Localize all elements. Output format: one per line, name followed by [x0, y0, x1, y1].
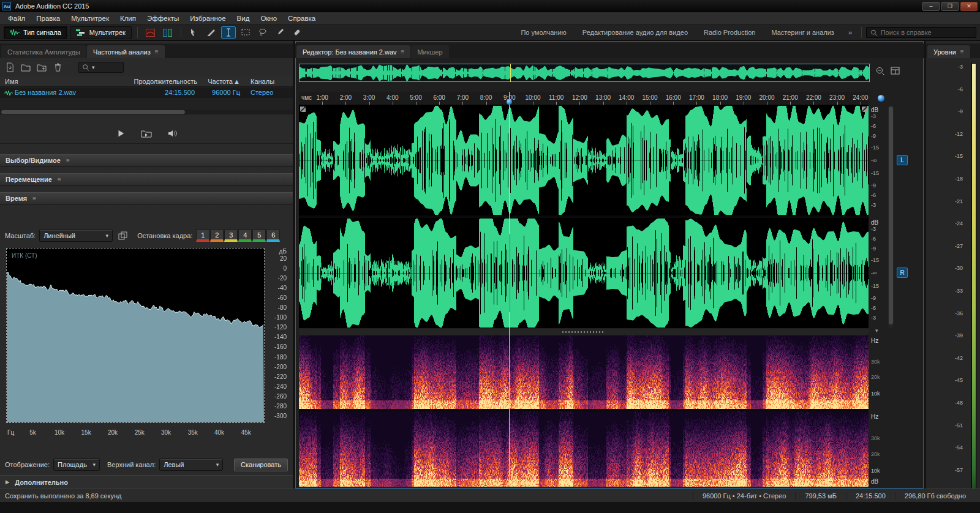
chevron-down-icon[interactable]: ▾	[875, 328, 878, 334]
panel-menu-icon[interactable]: ≡	[66, 157, 70, 164]
status-item-1: 799,53 мБ	[795, 492, 845, 500]
file-list-row[interactable]: Без названия 2.wav 24:15.500 96000 Гц Ст…	[0, 88, 293, 98]
workspace-button-1[interactable]: Редактирование аудио для видео	[575, 26, 696, 39]
waveform-canvas-left[interactable]	[299, 105, 869, 215]
razor-tool-icon-button[interactable]	[204, 26, 219, 39]
import-file-button[interactable]	[4, 62, 16, 73]
overview-navigator[interactable]	[299, 64, 870, 82]
waveform-canvas-right[interactable]	[299, 218, 869, 328]
open-file-button[interactable]	[20, 62, 32, 73]
analysis-tab-1[interactable]: Частотный анализ≡	[87, 45, 165, 58]
panel-menu-icon[interactable]: ≡	[32, 195, 36, 202]
advanced-section-header[interactable]: ▶ Дополнительно	[0, 475, 293, 489]
menu-item-2[interactable]: Мультитрек	[66, 12, 115, 25]
channel-button-R[interactable]: R	[897, 268, 908, 278]
menu-item-1[interactable]: Правка	[31, 12, 66, 25]
hold-frame-button-0[interactable]: 1	[196, 230, 209, 242]
main-toolbar: Тип сигнала Мультитрек	[0, 25, 980, 41]
minimize-button[interactable]: –	[922, 2, 940, 11]
playhead-handle[interactable]	[507, 99, 512, 105]
selection-handle-left[interactable]	[300, 107, 306, 112]
spectrogram-canvas-right[interactable]	[299, 411, 869, 487]
restore-button[interactable]: ❐	[941, 2, 959, 11]
time-selection-tool-icon-button[interactable]	[221, 26, 236, 39]
close-button[interactable]: ✕	[960, 2, 978, 11]
files-search-box[interactable]: ▾	[78, 62, 124, 73]
splitter-grip[interactable]	[562, 331, 605, 333]
marquee-selection-tool-icon-button[interactable]	[238, 26, 253, 39]
panel-menu-icon[interactable]: ≡	[401, 48, 405, 55]
display-select[interactable]: Площадь ▾	[53, 459, 100, 471]
frequency-graph-canvas[interactable]	[7, 249, 264, 422]
panel-header-0[interactable]: Выбор/Видимое≡	[0, 154, 293, 167]
copy-graph-button[interactable]	[116, 230, 129, 241]
menu-item-0[interactable]: Файл	[2, 12, 31, 25]
help-search-input[interactable]	[881, 29, 972, 36]
new-item-button[interactable]	[36, 62, 48, 73]
scrollbar-thumb[interactable]	[1, 110, 185, 114]
editor-tab-1[interactable]: Микшер	[411, 45, 448, 58]
workspace-button-3[interactable]: Мастеринг и анализ	[763, 26, 842, 39]
editor-tab-0[interactable]: Редактор: Без названия 2.wav≡	[296, 45, 410, 58]
workspace-overflow-icon[interactable]: »	[843, 29, 857, 36]
analysis-tab-0[interactable]: Статистика Амплитуды	[1, 45, 86, 58]
insert-into-multitrack-button[interactable]	[140, 128, 153, 139]
column-rate[interactable]: Частота	[208, 78, 233, 85]
lasso-selection-tool-icon-button[interactable]	[255, 26, 270, 39]
hold-frame-button-3[interactable]: 4	[238, 230, 252, 242]
zoom-out-full-button[interactable]	[876, 67, 885, 76]
menu-item-5[interactable]: Избранное	[184, 12, 231, 25]
scale-select[interactable]: Линейный ▾	[39, 230, 113, 242]
move-tool-icon-button[interactable]	[187, 26, 202, 39]
column-duration[interactable]: Продолжительность	[134, 78, 197, 85]
levels-tab-0[interactable]: Уровни≡	[927, 45, 970, 58]
panel-grid-icon[interactable]	[891, 67, 900, 75]
menu-item-6[interactable]: Вид	[232, 12, 255, 25]
column-channels[interactable]: Каналы	[251, 78, 274, 85]
menu-item-3[interactable]: Клип	[115, 12, 141, 25]
editor-vertical-scrollbar[interactable]	[888, 105, 894, 328]
panel-menu-icon[interactable]: ≡	[155, 48, 159, 55]
delete-button[interactable]	[51, 62, 64, 73]
wave-spectrogram-splitter[interactable]	[299, 329, 869, 335]
waveform-view-button[interactable]: Тип сигнала	[4, 26, 67, 39]
hold-frame-button-4[interactable]: 5	[252, 230, 266, 242]
files-horizontal-scrollbar[interactable]	[0, 110, 293, 114]
workspace-button-2[interactable]: Radio Production	[696, 26, 763, 39]
hold-frame-button-2[interactable]: 3	[224, 230, 238, 242]
channel-button-L[interactable]: L	[897, 155, 908, 165]
menu-item-8[interactable]: Справка	[282, 12, 321, 25]
hold-frame-button-1[interactable]: 2	[210, 230, 224, 242]
scrollbar-thumb[interactable]	[889, 107, 893, 324]
selection-handle-right[interactable]	[862, 107, 867, 112]
help-search-box[interactable]	[866, 27, 976, 38]
menu-item-7[interactable]: Окно	[255, 12, 282, 25]
workspace-button-0[interactable]: По умолчанию	[513, 26, 574, 39]
menu-item-4[interactable]: Эффекты	[141, 12, 184, 25]
spot-healing-tool-icon-button[interactable]	[290, 26, 304, 39]
play-button[interactable]	[115, 128, 127, 139]
spectrogram-canvas-left[interactable]	[299, 335, 869, 409]
ruler-tick-mark	[744, 102, 744, 105]
scan-button[interactable]: Сканировать	[234, 459, 288, 471]
column-name[interactable]: Имя	[5, 78, 18, 85]
panel-header-1[interactable]: Перемещение≡	[0, 173, 293, 185]
multitrack-icon	[76, 29, 86, 36]
loudness-button[interactable]	[166, 128, 178, 139]
timeline-ruler[interactable]: чмс 1:002:003:004:005:006:007:008:009:00…	[299, 92, 869, 105]
panel-menu-icon[interactable]: ≡	[960, 48, 964, 55]
paintbrush-tool-icon-button[interactable]	[273, 26, 287, 39]
overview-waveform-canvas[interactable]	[300, 64, 869, 81]
blue-orb-icon[interactable]	[878, 95, 884, 102]
levels-meter-area[interactable]: dB -3-6-9-12-15-18-21-24-27-30-33-36-39-…	[926, 58, 980, 489]
top-channel-select[interactable]: Левый ▾	[159, 459, 223, 471]
multitrack-view-button[interactable]: Мультитрек	[70, 26, 132, 39]
panel-menu-icon[interactable]: ≡	[58, 176, 61, 183]
playhead-line[interactable]	[509, 92, 510, 487]
hold-frame-button-5[interactable]: 6	[266, 230, 280, 242]
red-meter-icon-button[interactable]	[143, 26, 158, 39]
yaxis-tick: -280	[274, 402, 287, 409]
panel-header-2[interactable]: Время≡	[0, 192, 293, 204]
frequency-graph[interactable]: ИТК (СТ)	[6, 248, 265, 423]
scopes-icon-button[interactable]	[160, 26, 175, 39]
